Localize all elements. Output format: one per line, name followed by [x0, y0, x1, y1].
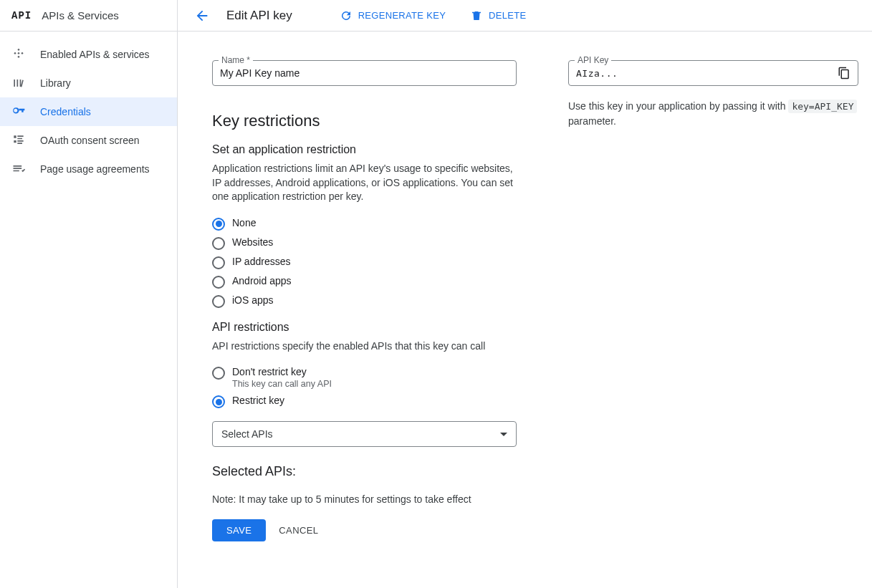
radio-restrict[interactable]: Restrict key: [212, 395, 517, 408]
radio-hint: This key can call any API: [232, 379, 332, 389]
product-header: API APIs & Services: [0, 0, 177, 32]
arrow-left-icon: [194, 8, 210, 24]
radio-websites[interactable]: Websites: [212, 236, 517, 250]
api-key-field: API Key AIza...: [568, 60, 858, 86]
sidebar-item-page-usage[interactable]: Page usage agreements: [0, 155, 177, 183]
api-logo: API: [11, 10, 32, 21]
radio-icon: [212, 218, 225, 231]
sidebar-item-label: OAuth consent screen: [40, 135, 140, 146]
main: Edit API key REGENERATE KEY DELETE Name …: [178, 0, 872, 588]
settings-note: Note: It may take up to 5 minutes for se…: [212, 493, 517, 505]
radio-icon: [212, 237, 225, 250]
radio-icon: [212, 395, 225, 408]
trash-icon: [470, 9, 483, 22]
help-pre: Use this key in your application by pass…: [568, 100, 788, 112]
sidebar-item-credentials[interactable]: Credentials: [0, 97, 177, 126]
radio-icon: [212, 367, 225, 380]
name-input[interactable]: [220, 67, 509, 79]
key-icon: [11, 105, 26, 119]
copy-button[interactable]: [838, 67, 851, 79]
radio-ios[interactable]: iOS apps: [212, 294, 517, 308]
key-restrictions-heading: Key restrictions: [212, 112, 517, 130]
back-button[interactable]: [191, 4, 214, 27]
radio-icon: [212, 276, 225, 289]
api-restriction-radios: Don't restrict key This key can call any…: [212, 366, 517, 408]
api-key-help: Use this key in your application by pass…: [568, 99, 858, 129]
footer-actions: SAVE CANCEL: [212, 519, 517, 541]
regenerate-label: REGENERATE KEY: [358, 10, 446, 21]
save-button[interactable]: SAVE: [212, 519, 266, 541]
left-column: Name * Key restrictions Set an applicati…: [212, 60, 517, 541]
agreements-icon: [11, 162, 26, 176]
api-restrictions-heading: API restrictions: [212, 321, 517, 334]
name-field: Name *: [212, 60, 517, 86]
grid-icon: [11, 47, 26, 62]
sidebar-item-label: Library: [40, 77, 71, 89]
radio-icon: [212, 295, 225, 308]
radio-label: Websites: [232, 236, 273, 248]
radio-icon: [212, 256, 225, 269]
radio-dont-restrict[interactable]: Don't restrict key This key can call any…: [212, 366, 517, 389]
sidebar-item-oauth-consent[interactable]: OAuth consent screen: [0, 126, 177, 155]
radio-label: Android apps: [232, 275, 292, 286]
refresh-icon: [340, 9, 353, 22]
content: Name * Key restrictions Set an applicati…: [178, 32, 872, 588]
radio-label: iOS apps: [232, 294, 274, 306]
app-restriction-radios: None Websites IP addresses Android apps …: [212, 217, 517, 308]
sidebar-item-library[interactable]: Library: [0, 69, 177, 97]
app-restriction-desc: Application restrictions limit an API ke…: [212, 162, 517, 204]
radio-label: None: [232, 217, 256, 228]
page-title: Edit API key: [226, 9, 292, 23]
help-post: parameter.: [568, 115, 616, 127]
right-column: API Key AIza... Use this key in your app…: [568, 60, 858, 129]
radio-label: Don't restrict key: [232, 366, 307, 377]
delete-label: DELETE: [489, 10, 526, 21]
name-label: Name *: [219, 55, 253, 65]
radio-android[interactable]: Android apps: [212, 275, 517, 289]
consent-icon: [11, 133, 26, 148]
copy-icon: [838, 67, 851, 79]
product-title: APIs & Services: [42, 9, 119, 21]
topbar: Edit API key REGENERATE KEY DELETE: [178, 0, 872, 32]
delete-button[interactable]: DELETE: [464, 5, 532, 26]
radio-none[interactable]: None: [212, 217, 517, 231]
radio-ip[interactable]: IP addresses: [212, 256, 517, 269]
chevron-down-icon: [500, 433, 507, 436]
regenerate-key-button[interactable]: REGENERATE KEY: [334, 5, 451, 26]
sidebar-item-label: Credentials: [40, 106, 91, 117]
library-icon: [11, 76, 26, 90]
app-restriction-heading: Set an application restriction: [212, 143, 517, 156]
sidebar-item-label: Enabled APIs & services: [40, 49, 150, 60]
help-code: key=API_KEY: [788, 100, 857, 113]
cancel-button[interactable]: CANCEL: [279, 525, 318, 536]
sidebar-item-label: Page usage agreements: [40, 163, 150, 175]
api-key-value: AIza...: [576, 68, 618, 79]
radio-label: IP addresses: [232, 256, 290, 267]
radio-label: Restrict key: [232, 395, 284, 406]
select-apis-dropdown[interactable]: Select APIs: [212, 421, 517, 447]
api-key-label: API Key: [575, 55, 611, 65]
api-restrictions-desc: API restrictions specify the enabled API…: [212, 339, 517, 354]
sidebar-nav: Enabled APIs & services Library Credenti…: [0, 32, 177, 183]
select-placeholder: Select APIs: [221, 428, 273, 440]
selected-apis-heading: Selected APIs:: [212, 464, 517, 479]
sidebar-item-enabled-apis[interactable]: Enabled APIs & services: [0, 40, 177, 69]
sidebar: API APIs & Services Enabled APIs & servi…: [0, 0, 178, 588]
